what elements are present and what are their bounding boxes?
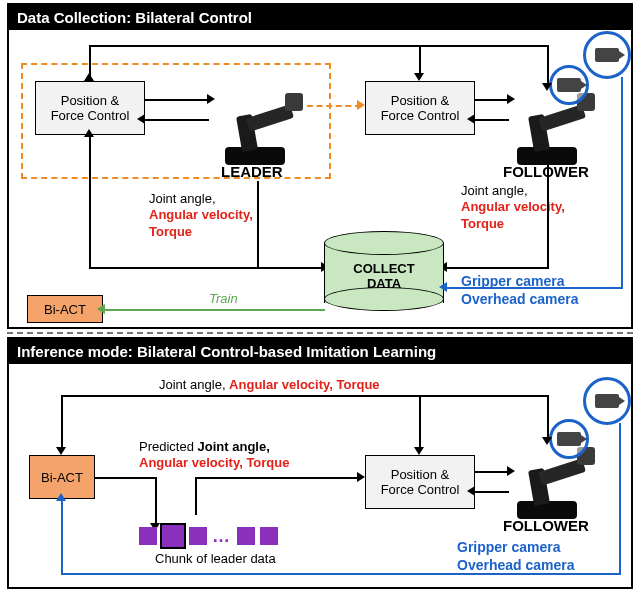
arrow-feedback-top bbox=[61, 395, 547, 397]
chunk-square bbox=[189, 527, 207, 545]
arrow-camera-blue-v-bot bbox=[619, 423, 621, 575]
arrow-pfc-leader-bot bbox=[145, 119, 209, 121]
gripper-camera-icon bbox=[549, 65, 589, 105]
overhead-camera-icon bbox=[583, 31, 631, 79]
arrow-top-v3 bbox=[547, 45, 549, 85]
leader-signal-label: Joint angle, Angular velocity, Torque bbox=[149, 191, 253, 240]
arrow-pfc2-follower-bot bbox=[475, 119, 509, 121]
overhead-camera-icon-bot bbox=[583, 377, 631, 425]
chunk-label: Chunk of leader data bbox=[155, 551, 276, 567]
overhead-camera-label: Overhead camera bbox=[461, 291, 579, 309]
bot-title: Inference mode: Bilateral Control-based … bbox=[9, 339, 631, 364]
follower-label: FOLLOWER bbox=[503, 163, 589, 182]
arrow-camera-blue-v bbox=[621, 77, 623, 289]
feedback-label: Joint angle, Angular velocity, Torque bbox=[159, 377, 380, 393]
collect-data-cylinder: COLLECT DATA bbox=[324, 231, 444, 311]
arrow-top-v2 bbox=[419, 45, 421, 75]
gripper-camera-label: Gripper camera bbox=[461, 273, 565, 291]
panel-separator bbox=[7, 332, 633, 334]
chunk-square bbox=[260, 527, 278, 545]
arrow-pfc-leader-top bbox=[145, 99, 209, 101]
gripper-camera-icon-bot bbox=[549, 419, 589, 459]
top-title: Data Collection: Bilateral Control bbox=[9, 5, 631, 30]
arrow-leader-to-pfc2 bbox=[307, 105, 361, 107]
inference-panel: Inference mode: Bilateral Control-based … bbox=[7, 337, 633, 589]
arrow-train bbox=[103, 309, 325, 311]
arrow-top-h bbox=[89, 45, 549, 47]
chunk-square-selected bbox=[162, 525, 184, 547]
biact-box-top: Bi-ACT bbox=[27, 295, 103, 323]
arrow-pfc2-follower-top bbox=[475, 99, 509, 101]
chunk-of-leader-data: … bbox=[139, 525, 278, 547]
overhead-camera-label-bot: Overhead camera bbox=[457, 557, 575, 575]
follower-signal-label: Joint angle, Angular velocity, Torque bbox=[461, 183, 565, 232]
arrow-follower-down bbox=[547, 165, 549, 267]
leader-robot-icon bbox=[215, 85, 305, 165]
chunk-ellipsis: … bbox=[212, 526, 232, 547]
predicted-label: Predicted Joint angle, Angular velocity,… bbox=[139, 439, 289, 472]
pfc-inference-box: Position & Force Control bbox=[365, 455, 475, 509]
arrow-leader-down bbox=[257, 181, 259, 267]
leader-label: LEADER bbox=[221, 163, 283, 182]
chunk-square bbox=[237, 527, 255, 545]
chunk-square bbox=[139, 527, 157, 545]
follower-label-bot: FOLLOWER bbox=[503, 517, 589, 536]
train-label: Train bbox=[209, 291, 238, 307]
data-collection-panel: Data Collection: Bilateral Control Posit… bbox=[7, 3, 633, 329]
gripper-camera-label-bot: Gripper camera bbox=[457, 539, 561, 557]
pfc-follower-box: Position & Force Control bbox=[365, 81, 475, 135]
pfc-leader-box: Position & Force Control bbox=[35, 81, 145, 135]
